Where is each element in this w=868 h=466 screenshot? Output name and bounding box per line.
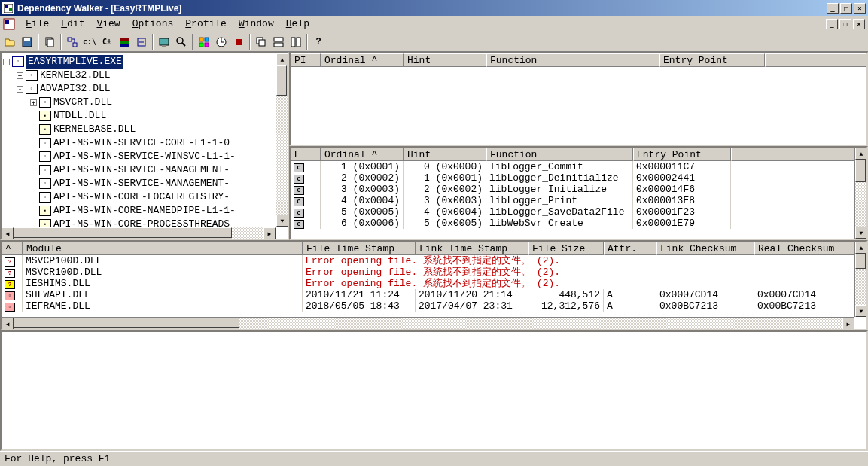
modules-hscrollbar[interactable]: ◀ ▶ <box>2 317 854 329</box>
stop-button[interactable] <box>230 34 247 50</box>
tree-item[interactable]: + ▫ KERNEL32.DLL <box>3 69 286 82</box>
sysinfo-button[interactable] <box>156 34 172 50</box>
copy-button[interactable] <box>41 34 58 50</box>
context-help-button[interactable]: ? <box>310 34 327 50</box>
scroll-right-icon[interactable]: ▶ <box>842 318 854 330</box>
log-pane[interactable] <box>0 330 868 451</box>
col-filetime[interactable]: File Time Stamp <box>303 242 416 255</box>
export-row[interactable]: C6 (0x0006)5 (0x0005)libWebSvr_Create0x0… <box>291 218 866 229</box>
configure-button[interactable] <box>196 34 212 50</box>
module-row[interactable]: ?IESHIMS.DLLError opening file. 系统找不到指定的… <box>2 278 866 289</box>
tree-item[interactable]: ▫API-MS-WIN-SERVICE-WINSVC-L1-1- <box>3 150 286 163</box>
scroll-up-icon[interactable]: ▲ <box>855 148 867 160</box>
autoexpand-button[interactable] <box>64 34 81 50</box>
tree-expand-icon[interactable]: + <box>30 99 37 106</box>
tree-item[interactable]: ▪API-MS-WIN-CORE-PROCESSTHREADS <box>3 218 286 227</box>
col-e[interactable]: E <box>291 148 321 161</box>
col-function[interactable]: Function <box>486 53 659 67</box>
tree-item[interactable]: ▪API-MS-WIN-CORE-NAMEDPIPE-L1-1- <box>3 204 286 218</box>
tree-item[interactable]: ▫API-MS-WIN-SERVICE-MANAGEMENT- <box>3 177 286 190</box>
tree-item[interactable]: ▫API-MS-WIN-SERVICE-MANAGEMENT- <box>3 163 286 177</box>
tile-h-button[interactable] <box>270 34 287 50</box>
menu-view[interactable]: View <box>90 17 126 31</box>
scroll-thumb[interactable] <box>276 65 287 96</box>
minimize-button[interactable]: _ <box>827 3 839 14</box>
col-hint[interactable]: Hint <box>404 53 486 67</box>
modules-vscrollbar[interactable]: ▲ ▼ <box>854 242 866 317</box>
scroll-thumb[interactable] <box>855 254 866 269</box>
mdi-minimize-button[interactable]: _ <box>826 19 838 29</box>
find-button[interactable] <box>173 34 190 50</box>
col-entrypoint[interactable]: Entry Point <box>659 53 765 67</box>
col-pi[interactable]: PI <box>291 53 321 67</box>
close-button[interactable]: × <box>854 3 866 14</box>
export-row[interactable]: C3 (0x0003)2 (0x0002)libLogger_Initializ… <box>291 184 866 195</box>
collapse-button[interactable] <box>133 34 150 50</box>
tree-item[interactable]: ▫API-MS-WIN-SERVICE-CORE-L1-1-0 <box>3 136 286 150</box>
scroll-left-icon[interactable]: ◀ <box>2 227 14 239</box>
exports-vscrollbar[interactable]: ▲ ▼ <box>854 148 866 239</box>
save-button[interactable] <box>19 34 35 50</box>
col-attr[interactable]: Attr. <box>604 242 656 255</box>
export-row[interactable]: C2 (0x0002)1 (0x0001)libLogger_Deinitial… <box>291 172 866 184</box>
profile-button[interactable] <box>213 34 230 50</box>
col-ordinal[interactable]: Ordinal ^ <box>321 148 404 161</box>
scroll-left-icon[interactable]: ◀ <box>2 318 14 330</box>
mdi-close-button[interactable]: × <box>853 19 865 29</box>
scroll-right-icon[interactable]: ▶ <box>263 227 276 239</box>
menu-options[interactable]: Options <box>126 17 180 31</box>
module-row[interactable]: ▫SHLWAPI.DLL2010/11/21 11:242010/11/20 2… <box>2 289 866 300</box>
scroll-thumb[interactable] <box>14 227 232 238</box>
tree-hscrollbar[interactable]: ◀ ▶ <box>2 227 276 239</box>
tree-root[interactable]: - ▫ EASYRTMPLIVE.EXE <box>3 55 286 69</box>
export-row[interactable]: C4 (0x0004)3 (0x0003)libLogger_Print0x00… <box>291 195 866 206</box>
tree-collapse-icon[interactable]: - <box>3 59 10 65</box>
scroll-down-icon[interactable]: ▼ <box>855 227 867 239</box>
scroll-down-icon[interactable]: ▼ <box>276 215 288 227</box>
module-row[interactable]: ?MSVCR100D.DLLError opening file. 系统找不到指… <box>2 267 866 278</box>
scroll-up-icon[interactable]: ▲ <box>276 53 288 65</box>
maximize-button[interactable]: □ <box>840 3 852 14</box>
modules-pane[interactable]: ^ Module File Time Stamp Link Time Stamp… <box>0 240 868 330</box>
export-row[interactable]: C1 (0x0001)0 (0x0000)libLogger_Commit0x0… <box>291 161 866 172</box>
tree-expand-icon[interactable]: + <box>17 72 23 79</box>
module-row[interactable]: ▫IEFRAME.DLL2018/05/05 18:432017/04/07 2… <box>2 300 866 312</box>
col-linktime[interactable]: Link Time Stamp <box>416 242 528 255</box>
col-function[interactable]: Function <box>486 148 633 161</box>
menu-file[interactable]: FFileile <box>20 17 55 31</box>
open-button[interactable] <box>2 34 18 50</box>
module-tree-pane[interactable]: - ▫ EASYRTMPLIVE.EXE + ▫ KERNEL32.DLL - … <box>0 52 289 240</box>
col-realchk[interactable]: Real Checksum <box>754 242 866 255</box>
tree-item[interactable]: ▪ NTDLL.DLL <box>3 109 286 123</box>
menu-profile[interactable]: Profile <box>179 17 233 31</box>
scroll-down-icon[interactable]: ▼ <box>855 305 867 317</box>
menu-edit[interactable]: Edit <box>55 17 90 31</box>
col-status[interactable]: ^ <box>2 242 23 255</box>
col-ordinal[interactable]: Ordinal ^ <box>321 53 404 67</box>
tree-item[interactable]: - ▫ ADVAPI32.DLL <box>3 82 286 96</box>
mdi-restore-button[interactable]: ❐ <box>839 19 851 29</box>
menu-help[interactable]: Help <box>280 17 315 31</box>
exports-pane[interactable]: E Ordinal ^ Hint Function Entry Point C1… <box>289 146 868 240</box>
export-row[interactable]: C5 (0x0005)4 (0x0004)libLogger_SaveData2… <box>291 206 866 218</box>
col-entrypoint[interactable]: Entry Point <box>633 148 731 161</box>
col-linkchk[interactable]: Link Checksum <box>656 242 754 255</box>
tree-vscrollbar[interactable]: ▲ ▼ <box>276 53 288 227</box>
col-module[interactable]: Module <box>23 242 303 255</box>
undecorate-button[interactable]: C± <box>99 34 115 50</box>
module-row[interactable]: ?MSVCP100D.DLLError opening file. 系统找不到指… <box>2 255 866 267</box>
tree-collapse-icon[interactable]: - <box>17 86 23 93</box>
cascade-button[interactable] <box>253 34 270 50</box>
tile-v-button[interactable] <box>288 34 304 50</box>
imports-pane[interactable]: PI Ordinal ^ Hint Function Entry Point <box>289 52 868 146</box>
scroll-thumb[interactable] <box>855 160 866 182</box>
col-hint[interactable]: Hint <box>404 148 486 161</box>
scroll-thumb[interactable] <box>14 318 239 328</box>
viewall-button[interactable] <box>116 34 132 50</box>
col-filesize[interactable]: File Size <box>528 242 604 255</box>
tree-item[interactable]: ▫API-MS-WIN-CORE-LOCALREGISTRY- <box>3 190 286 204</box>
tree-item[interactable]: ▪ KERNELBASE.DLL <box>3 123 286 136</box>
menu-window[interactable]: Window <box>233 17 280 31</box>
fullpaths-button[interactable]: c:\ <box>81 34 98 50</box>
tree-item[interactable]: + ▫ MSVCRT.DLL <box>3 96 286 109</box>
